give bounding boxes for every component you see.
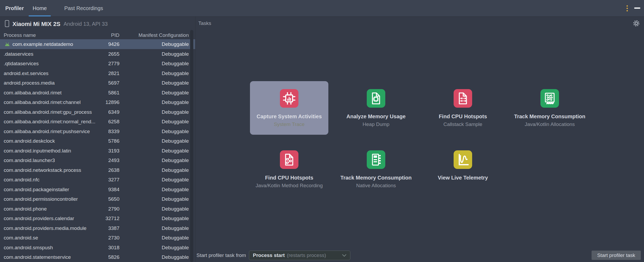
chevron-down-icon	[342, 254, 346, 257]
pid-cell: 3193	[108, 146, 119, 156]
pid-cell: 3387	[108, 223, 119, 233]
device-details: Android 13, API 33	[64, 21, 108, 27]
app-title: Profiler	[5, 0, 24, 16]
process-name-cell: com.android.deskclock	[4, 136, 55, 146]
manifest-cell: Debuggable	[162, 97, 189, 107]
manifest-cell: Debuggable	[162, 175, 189, 185]
table-row[interactable]: com.android.smspush3018Debuggable	[0, 243, 195, 252]
table-row[interactable]: com.android.launcher32493Debuggable	[0, 155, 195, 165]
manifest-cell: Debuggable	[162, 155, 189, 165]
table-row[interactable]: com.alibaba.android.rimet:channel12896De…	[0, 97, 195, 107]
table-row[interactable]: android.ext.services2821Debuggable	[0, 68, 195, 78]
manifest-cell: Debuggable	[162, 136, 189, 146]
task-card-4[interactable]: Track Memory ConsumptionJava/Kotlin Allo…	[511, 81, 589, 135]
task-card-title: Capture System Activities	[257, 113, 322, 120]
table-row[interactable]: com.alibaba.android.rimet5861Debuggable	[0, 88, 195, 98]
manifest-cell: Debuggable	[162, 243, 189, 252]
process-name-cell: com.android.inputmethod.latin	[4, 146, 71, 156]
pid-cell: 2655	[108, 49, 119, 59]
manifest-cell: Debuggable	[162, 252, 189, 262]
start-task-from-label: Start profiler task from	[196, 251, 246, 260]
process-name-cell: com.android.permissioncontroller	[4, 194, 78, 204]
minimize-icon[interactable]	[634, 7, 640, 9]
task-card-2[interactable]: Analyze Memory UsageHeap Dump	[337, 81, 415, 135]
phone-icon	[5, 20, 9, 28]
manifest-cell: Debuggable	[162, 39, 189, 49]
task-card-subtitle: System Trace	[274, 121, 305, 127]
table-row[interactable]: com.example.netdatademo9426Debuggable	[0, 39, 195, 49]
column-process-name: Process name	[4, 31, 36, 39]
memory-graph-icon	[540, 89, 559, 108]
pid-cell: 6349	[108, 107, 119, 117]
process-name-cell: com.android.nfc	[4, 175, 39, 185]
table-header: Process name PID Manifest Configuration	[0, 31, 195, 39]
task-card-3[interactable]: Find CPU HotspotsCallstack Sample	[424, 81, 502, 135]
task-card-5[interactable]: Find CPU HotspotsJava/Kotlin Method Reco…	[250, 142, 328, 196]
manifest-cell: Debuggable	[162, 117, 189, 126]
top-bar: Profiler Home Past Recordings	[0, 0, 644, 17]
task-cards-grid: Capture System ActivitiesSystem Trace An…	[250, 81, 589, 196]
process-name-cell: com.android.statementservice	[4, 252, 71, 262]
android-icon	[5, 42, 10, 48]
table-row[interactable]: com.android.networkstack.process2638Debu…	[0, 165, 195, 175]
pid-cell: 2790	[108, 204, 119, 214]
table-row[interactable]: com.android.packageinstaller9384Debuggab…	[0, 185, 195, 194]
table-row[interactable]: com.alibaba.android.rimet:normal_rend...…	[0, 117, 195, 126]
table-row[interactable]: com.android.deskclock5786Debuggable	[0, 136, 195, 146]
table-row[interactable]: com.android.statementservice5826Debuggab…	[0, 252, 195, 262]
pid-cell: 32712	[105, 213, 119, 223]
doc-chip-icon	[367, 89, 385, 108]
pid-cell: 12896	[105, 97, 119, 107]
table-row[interactable]: .dataservices2655Debuggable	[0, 49, 195, 59]
column-pid: PID	[111, 31, 119, 39]
task-card-title: Track Memory Consumption	[514, 113, 585, 120]
pid-cell: 3277	[108, 175, 119, 185]
table-row[interactable]: com.android.providers.calendar32712Debug…	[0, 213, 195, 223]
pid-cell: 5861	[108, 88, 119, 98]
task-card-title: Find CPU Hotspots	[265, 175, 313, 181]
pid-cell: 5697	[108, 78, 119, 88]
manifest-cell: Debuggable	[162, 126, 189, 136]
process-name-cell: com.android.providers.calendar	[4, 213, 74, 223]
column-manifest-configuration: Manifest Configuration	[138, 31, 189, 39]
table-row[interactable]: com.android.se2730Debuggable	[0, 233, 195, 243]
manifest-cell: Debuggable	[162, 233, 189, 243]
manifest-cell: Debuggable	[162, 59, 189, 68]
process-name-cell: android.process.media	[4, 78, 55, 88]
process-list-panel: Xiaomi Mi MIX 2S Android 13, API 33 Proc…	[0, 17, 195, 262]
table-row[interactable]: .qtidataservices2779Debuggable	[0, 59, 195, 68]
task-card-subtitle: Heap Dump	[363, 121, 389, 127]
more-options-icon[interactable]	[624, 4, 630, 12]
tab-home[interactable]: Home	[29, 0, 51, 16]
manifest-cell: Debuggable	[162, 88, 189, 98]
table-row[interactable]: com.android.permissioncontroller5650Debu…	[0, 194, 195, 204]
task-card-1[interactable]: Capture System ActivitiesSystem Trace	[250, 81, 328, 135]
process-name-cell: com.alibaba.android.rimet	[4, 88, 62, 98]
table-row[interactable]: android.process.media5697Debuggable	[0, 78, 195, 88]
task-card-title: Track Memory Consumption	[341, 175, 412, 181]
table-row[interactable]: com.alibaba.android.rimet:pushservice833…	[0, 126, 195, 136]
process-list-scrollbar[interactable]	[190, 30, 193, 262]
task-card-subtitle: Java/Kotlin Method Recording	[256, 183, 323, 189]
manifest-cell: Debuggable	[162, 185, 189, 194]
table-row[interactable]: com.android.providers.media.module3387De…	[0, 223, 195, 233]
gear-icon[interactable]	[632, 19, 640, 27]
task-card-7[interactable]: View Live Telemetry	[424, 142, 502, 196]
table-row[interactable]: com.android.inputmethod.latin3193Debugga…	[0, 146, 195, 156]
table-row[interactable]: com.alibaba.android.rimet:gpu_process634…	[0, 107, 195, 117]
process-name-cell: com.alibaba.android.rimet:pushservice	[4, 126, 90, 136]
doc-callstack-icon	[454, 89, 472, 108]
start-profiler-task-button[interactable]: Start profiler task	[592, 251, 641, 260]
pid-cell: 9426	[108, 39, 119, 49]
start-point-dropdown[interactable]: Process start (restarts process)	[249, 251, 350, 260]
cpu-chip-icon	[280, 89, 298, 108]
process-name-cell: com.alibaba.android.rimet:gpu_process	[4, 107, 92, 117]
tasks-panel: Tasks Capture System ActivitiesSystem Tr…	[195, 17, 644, 262]
task-card-6[interactable]: Track Memory ConsumptionNative Allocatio…	[337, 142, 415, 196]
pid-cell: 6258	[108, 117, 119, 126]
active-tab-underline	[29, 15, 51, 16]
tab-past-recordings[interactable]: Past Recordings	[60, 0, 107, 16]
table-row[interactable]: com.android.phone2790Debuggable	[0, 204, 195, 214]
table-row[interactable]: com.android.nfc3277Debuggable	[0, 175, 195, 185]
process-name-cell: .dataservices	[4, 49, 33, 59]
